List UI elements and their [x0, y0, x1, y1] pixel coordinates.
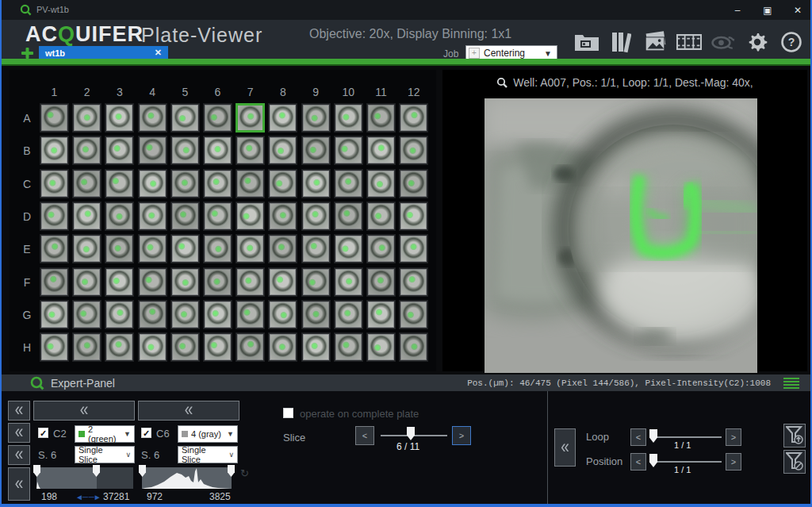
loop-prev-button[interactable]: <: [630, 428, 646, 446]
well-thumb-H12[interactable]: [399, 332, 428, 362]
channel2-mode-select[interactable]: Single Slice ∨: [178, 446, 238, 463]
film-icon[interactable]: [676, 30, 702, 54]
well-thumb-A4[interactable]: [138, 103, 167, 133]
well-thumb-H11[interactable]: [366, 332, 396, 362]
well-thumb-H6[interactable]: [203, 332, 232, 362]
well-thumb-E7[interactable]: [236, 234, 265, 263]
tab-wt1b[interactable]: wt1b ✕: [39, 46, 168, 60]
well-thumb-C11[interactable]: [366, 169, 396, 198]
operate-plate-checkbox[interactable]: [283, 408, 293, 418]
well-thumb-C1[interactable]: [40, 169, 69, 198]
well-thumb-C6[interactable]: [203, 169, 232, 198]
well-thumb-A10[interactable]: [334, 103, 363, 133]
well-thumb-C7[interactable]: [236, 169, 265, 198]
well-thumb-F1[interactable]: [40, 267, 69, 297]
well-thumb-G5[interactable]: [170, 300, 200, 329]
well-thumb-D1[interactable]: [40, 202, 69, 231]
well-thumb-B4[interactable]: [138, 136, 167, 165]
well-thumb-G6[interactable]: [203, 300, 232, 329]
well-image[interactable]: [485, 98, 757, 373]
position-slider-track[interactable]: [652, 461, 722, 463]
well-thumb-E4[interactable]: [138, 234, 167, 263]
well-thumb-D2[interactable]: [72, 202, 102, 231]
well-thumb-B2[interactable]: [72, 136, 102, 165]
minimize-button[interactable]: –: [731, 5, 744, 16]
collapse-loop-position-button[interactable]: «: [554, 428, 576, 467]
well-thumb-G8[interactable]: [268, 300, 297, 329]
well-thumb-B8[interactable]: [268, 136, 297, 165]
well-thumb-E10[interactable]: [334, 234, 363, 263]
well-thumb-H4[interactable]: [138, 332, 167, 362]
well-thumb-A9[interactable]: [301, 103, 331, 133]
well-thumb-G3[interactable]: [105, 300, 134, 329]
well-thumb-A12[interactable]: [399, 103, 428, 133]
well-thumb-F7[interactable]: [236, 267, 265, 297]
collapse-row1-button[interactable]: «: [8, 401, 30, 421]
slice-next-button[interactable]: >: [452, 426, 471, 445]
well-thumb-D9[interactable]: [301, 202, 331, 231]
well-thumb-C10[interactable]: [334, 169, 363, 198]
slice-slider-thumb[interactable]: [407, 427, 415, 440]
well-thumb-H1[interactable]: [40, 332, 69, 362]
well-thumb-G10[interactable]: [334, 300, 363, 329]
well-thumb-H2[interactable]: [72, 332, 102, 362]
well-thumb-E3[interactable]: [105, 234, 134, 263]
channel1-select[interactable]: 2 (green) ▼: [75, 425, 135, 443]
well-thumb-G9[interactable]: [301, 300, 331, 329]
well-thumb-A6[interactable]: [203, 103, 232, 133]
well-thumb-B9[interactable]: [301, 136, 331, 165]
well-thumb-B1[interactable]: [40, 136, 69, 165]
well-thumb-G4[interactable]: [138, 300, 167, 329]
well-thumb-B6[interactable]: [203, 136, 232, 165]
well-thumb-B3[interactable]: [105, 136, 134, 165]
well-thumb-E5[interactable]: [170, 234, 200, 263]
well-thumb-D6[interactable]: [203, 202, 232, 231]
well-thumb-B11[interactable]: [366, 136, 396, 165]
well-thumb-H5[interactable]: [170, 332, 200, 362]
well-thumb-C3[interactable]: [105, 169, 134, 198]
channel2-histogram[interactable]: [142, 467, 232, 489]
well-thumb-E12[interactable]: [399, 234, 428, 263]
well-thumb-H7[interactable]: [236, 332, 265, 362]
channel2-select[interactable]: 4 (gray) ▼: [178, 425, 238, 443]
position-next-button[interactable]: >: [726, 453, 741, 471]
well-thumb-D5[interactable]: [170, 202, 200, 231]
well-thumb-C5[interactable]: [170, 169, 200, 198]
channel1-mode-select[interactable]: Single Slice ∨: [75, 446, 135, 463]
collapse-row2-button[interactable]: «: [8, 423, 30, 443]
channel1-histogram[interactable]: [36, 467, 133, 489]
channel2-checkbox[interactable]: ✓: [141, 428, 151, 438]
well-thumb-F12[interactable]: [399, 267, 428, 297]
well-thumb-E9[interactable]: [301, 234, 331, 263]
settings-gear-icon[interactable]: [745, 30, 770, 54]
job-add-icon[interactable]: +: [469, 48, 480, 59]
collapse-channel1-button[interactable]: «: [33, 401, 135, 421]
well-thumb-D7[interactable]: [236, 202, 265, 231]
well-thumb-G11[interactable]: [366, 300, 396, 329]
well-thumb-F9[interactable]: [301, 267, 331, 297]
filter-export-button[interactable]: [783, 424, 806, 447]
position-prev-button[interactable]: <: [630, 453, 646, 471]
well-thumb-E8[interactable]: [268, 234, 297, 263]
loop-next-button[interactable]: >: [726, 428, 741, 446]
well-thumb-B10[interactable]: [334, 136, 363, 165]
well-thumb-H8[interactable]: [268, 332, 297, 362]
well-thumb-G1[interactable]: [40, 300, 69, 329]
well-thumb-F11[interactable]: [366, 267, 396, 297]
well-thumb-E1[interactable]: [40, 234, 69, 263]
help-icon[interactable]: ?: [779, 30, 804, 54]
well-thumb-A7[interactable]: [236, 103, 265, 133]
well-thumb-F4[interactable]: [138, 267, 167, 297]
tab-close-icon[interactable]: ✕: [148, 48, 168, 58]
well-thumb-F5[interactable]: [170, 267, 200, 297]
add-tab-icon[interactable]: [21, 47, 34, 60]
well-thumb-H3[interactable]: [105, 332, 134, 362]
well-thumb-A8[interactable]: [268, 103, 297, 133]
position-slider-thumb[interactable]: [649, 454, 657, 467]
well-thumb-F10[interactable]: [334, 267, 363, 297]
well-thumb-H10[interactable]: [334, 332, 363, 362]
histogram-reset-icon[interactable]: ↻: [240, 467, 249, 479]
well-thumb-B7[interactable]: [236, 136, 265, 165]
well-thumb-B5[interactable]: [170, 136, 200, 165]
loop-slider-thumb[interactable]: [649, 429, 657, 443]
